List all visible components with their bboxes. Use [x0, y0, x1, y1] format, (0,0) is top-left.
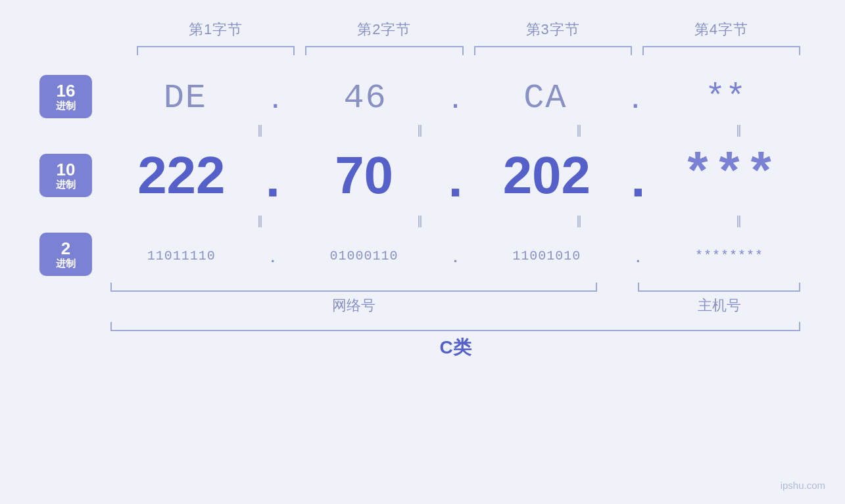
hex-dot-2: . [446, 86, 466, 114]
eq-1-2: ‖ [357, 123, 487, 137]
hex-cell-3: CA [466, 76, 626, 118]
col-header-1: 第1字节 [132, 20, 300, 39]
eq-2-3: ‖ [517, 214, 646, 228]
col-header-4: 第4字节 [637, 20, 806, 39]
main-container: 第1字节 第2字节 第3字节 第4字节 16 进制 DE . 46 . [0, 0, 845, 504]
class-bracket-area: C类 [39, 322, 806, 360]
eq-2-2: ‖ [357, 214, 487, 228]
bracket-3 [474, 46, 632, 55]
host-bracket-wrap [638, 283, 800, 292]
hex-label-badge: 16 进制 [39, 75, 92, 118]
equals-row-2: ‖ ‖ ‖ ‖ [39, 209, 806, 233]
hex-cell-1: DE [105, 76, 266, 118]
dec-cell-4: *** [653, 146, 806, 206]
class-bracket [110, 322, 800, 331]
bin-dot-1: . [258, 249, 288, 266]
class-label: C类 [105, 335, 806, 360]
network-label: 网络号 [110, 296, 597, 315]
col-header-3: 第3字节 [469, 20, 637, 39]
hex-values: DE . 46 . CA . ** [105, 76, 806, 118]
hex-cell-4: ** [645, 76, 806, 118]
network-bracket-wrap [110, 283, 597, 292]
bracket-1 [137, 46, 295, 55]
dec-dot-2: . [441, 149, 471, 209]
bracket-dot-space [602, 283, 633, 292]
host-label: 主机号 [638, 296, 800, 315]
top-bracket-row [39, 46, 806, 55]
bin-row: 2 进制 11011110 . 01000110 . 11001010 . **… [39, 233, 806, 276]
eq-1-4: ‖ [676, 123, 806, 137]
dec-label-badge: 10 进制 [39, 154, 92, 197]
bracket-2 [305, 46, 463, 55]
dec-cell-1: 222 [105, 145, 258, 206]
col-header-2: 第2字节 [300, 20, 468, 39]
bin-cell-2: 01000110 [288, 245, 441, 263]
eq-1-3: ‖ [517, 123, 646, 137]
dec-dot-1: . [258, 149, 288, 209]
bottom-bracket-area [39, 283, 806, 292]
col-headers-row: 第1字节 第2字节 第3字节 第4字节 [39, 20, 806, 39]
bracket-4 [642, 46, 800, 55]
network-host-labels: 网络号 主机号 [39, 296, 806, 315]
eq-2-4: ‖ [676, 214, 806, 228]
dec-row: 10 进制 222 . 70 . 202 . *** [39, 142, 806, 209]
dec-cell-3: 202 [471, 145, 623, 206]
host-bracket [638, 283, 800, 292]
dec-dot-3: . [623, 149, 653, 209]
watermark: ipshu.com [781, 480, 825, 491]
hex-row: 16 进制 DE . 46 . CA . ** [39, 75, 806, 118]
bin-dot-2: . [441, 249, 471, 266]
bin-label-badge: 2 进制 [39, 233, 92, 276]
equals-row-1: ‖ ‖ ‖ ‖ [39, 118, 806, 142]
hex-cell-2: 46 [285, 76, 446, 118]
bin-cell-3: 11001010 [471, 245, 623, 263]
network-bracket [110, 283, 597, 292]
eq-1-1: ‖ [197, 123, 327, 137]
bin-values: 11011110 . 01000110 . 11001010 . *******… [105, 242, 806, 266]
bin-cell-1: 11011110 [105, 245, 258, 263]
hex-dot-3: . [625, 86, 645, 114]
dec-cell-2: 70 [288, 145, 441, 206]
eq-2-1: ‖ [197, 214, 327, 228]
bin-cell-4: ******** [653, 245, 806, 263]
bin-dot-3: . [623, 249, 653, 266]
dec-values: 222 . 70 . 202 . *** [105, 142, 806, 209]
hex-dot-1: . [266, 86, 285, 114]
